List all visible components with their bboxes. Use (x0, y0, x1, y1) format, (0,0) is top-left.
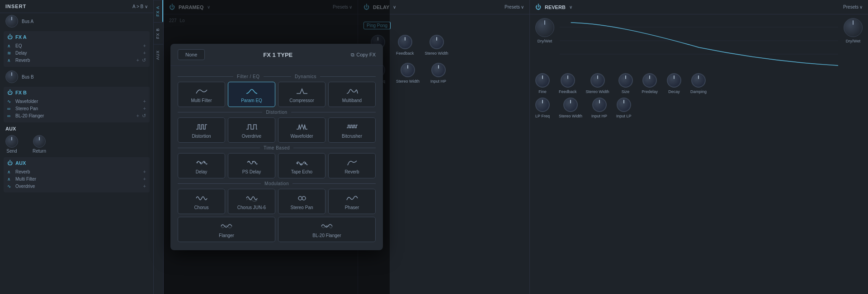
overdrive-btn[interactable]: Overdrive (228, 117, 275, 143)
reverb-lpfreq-knob[interactable] (535, 98, 550, 112)
flanger-grid: Flanger BL-20 Flanger (178, 217, 376, 242)
bl20-flanger-btn[interactable]: BL-20 Flanger (278, 217, 376, 242)
reverb-power-icon[interactable]: ⏻ (535, 4, 541, 10)
reverb-drywet-right: Dry/Wet (844, 18, 863, 43)
svg-point-11 (304, 163, 306, 164)
fx-a-title: FX A (15, 34, 27, 40)
fx-b-power-icon[interactable]: ⏻ (7, 89, 13, 96)
stereopan-modal-btn[interactable]: Stereo Pan (278, 189, 326, 214)
reverb-decay-knob[interactable] (667, 73, 681, 88)
param-eq-btn[interactable]: Param EQ (228, 82, 275, 107)
side-tab-aux[interactable]: AUX (154, 44, 163, 65)
reverb-inputlp-knob[interactable] (617, 98, 631, 112)
phaser-btn[interactable]: Phaser (328, 189, 376, 214)
side-tab-fxb[interactable]: FX B (154, 22, 163, 44)
aux-filter-item[interactable]: ∧ Multi Filter + (7, 175, 146, 182)
reverb-add-icon[interactable]: + (137, 57, 139, 63)
svg-point-7 (252, 161, 253, 163)
send-knob[interactable] (5, 135, 18, 148)
none-button[interactable]: None (178, 49, 205, 60)
phaser-label: Phaser (345, 205, 359, 210)
chorus-jun6-btn[interactable]: Chorus JUN-6 (228, 189, 275, 214)
copy-fx-button[interactable]: ⧉ Copy FX (351, 52, 376, 58)
reverb-chevron[interactable]: ∨ (569, 5, 572, 9)
reverb-drywet-left-knob[interactable] (535, 18, 554, 37)
reverb-inputhp-knob[interactable] (592, 98, 607, 112)
flanger-label: Flanger (219, 233, 234, 238)
multiband-btn[interactable]: Multiband (328, 82, 376, 107)
overdrive-icon (245, 122, 258, 131)
flanger-label: BL-20 Flanger (15, 113, 44, 118)
fx-a-delay-item[interactable]: ≋ Delay + (7, 49, 146, 56)
reverb-damping-knob[interactable] (691, 73, 706, 88)
delay-feedback-knob[interactable] (398, 35, 412, 49)
bitcrusher-btn[interactable]: Bitcrusher (328, 117, 376, 143)
ar-add-icon[interactable]: + (143, 169, 146, 174)
fx-a-reverb-item[interactable]: ∧ Reverb + ↺ (7, 56, 146, 64)
aux-power-icon[interactable]: ⏻ (7, 160, 13, 166)
delay-stereowidth-knob[interactable] (429, 35, 444, 49)
multi-filter-btn[interactable]: Multi Filter (178, 82, 225, 107)
reverb-stereowidth-knob[interactable] (590, 73, 605, 88)
chorus-btn[interactable]: Chorus (178, 189, 225, 214)
fx-a-power-icon[interactable]: ⏻ (7, 34, 13, 40)
delay-sw2-knob[interactable] (401, 63, 415, 77)
sp-add-icon[interactable]: + (143, 106, 146, 111)
delay-presets-btn[interactable]: Presets ∨ (505, 5, 524, 9)
chorus-label: Chorus (194, 205, 208, 210)
reverb-size-knob[interactable] (618, 73, 633, 88)
multi-filter-label: Multi Filter (191, 98, 212, 103)
delay-sw2-label: Stereo Width (396, 79, 420, 84)
fx-b-stereopan-item[interactable]: ∞ Stereo Pan + (7, 105, 146, 112)
reverb-fine-label: Fine (538, 89, 547, 94)
bitcrusher-icon (346, 122, 359, 131)
return-knob[interactable] (33, 135, 46, 148)
reverb-inputhp-unit: Input HP (591, 98, 607, 118)
fx-b-flanger-item[interactable]: ∞ BL-20 Flanger + ↺ (7, 112, 146, 120)
reverb-drywet-right-knob[interactable] (844, 18, 863, 37)
fx-a-eq-item[interactable]: ∧ EQ + (7, 42, 146, 49)
insert-route[interactable]: A > B ∨ (132, 4, 148, 9)
reverb-feedback-knob[interactable] (561, 73, 575, 88)
stereopan-modal-label: Stereo Pan (290, 205, 313, 210)
delay-chevron[interactable]: ∨ (393, 5, 396, 9)
reverb-predelay-knob[interactable] (642, 73, 657, 88)
filter-eq-label: Filter / EQ (237, 74, 260, 79)
reverb-fine-knob[interactable] (535, 73, 550, 88)
bus-b-knob[interactable] (5, 70, 18, 83)
modal-overlay[interactable]: None FX 1 TYPE ⧉ Copy FX Filter / EQ Dyn… (164, 0, 390, 294)
modulation-grid: Chorus Chorus JUN-6 (178, 189, 376, 214)
reverb-reset-icon[interactable]: ↺ (142, 57, 146, 63)
delay-modal-btn[interactable]: Delay (178, 153, 225, 178)
reverb-sw2-knob[interactable] (563, 98, 578, 112)
side-tab-fxa[interactable]: FX A (154, 0, 163, 22)
flanger-btn[interactable]: Flanger (178, 217, 275, 242)
ao-add-icon[interactable]: + (143, 183, 146, 189)
fl-reset-icon[interactable]: ↺ (142, 113, 146, 119)
aux-filter-label: Multi Filter (15, 177, 36, 182)
wf-add-icon[interactable]: + (143, 98, 146, 104)
ps-delay-btn[interactable]: PS Delay (228, 153, 275, 178)
dynamics-line-right (320, 76, 376, 77)
reverb-presets-btn[interactable]: Presets ∨ (843, 5, 863, 9)
filter-line-right (264, 76, 292, 77)
delay-add-icon[interactable]: + (143, 50, 146, 56)
tape-echo-btn[interactable]: Tape Echo (278, 153, 326, 178)
wavefolder-label: Wavefolder (15, 99, 38, 104)
aux-overdrive-item[interactable]: ∿ Overdrive + (7, 182, 146, 190)
bus-a-knob[interactable] (5, 15, 18, 28)
compressor-btn[interactable]: Compressor (278, 82, 326, 107)
tape-echo-icon (296, 158, 308, 167)
wavefolder-modal-btn[interactable]: Wavefolder (278, 117, 326, 143)
send-label: Send (6, 149, 17, 154)
distortion-btn[interactable]: Distortion (178, 117, 225, 143)
reverb-modal-btn[interactable]: Reverb (328, 153, 376, 178)
reverb-panel: ⏻ REVERB ∨ Presets ∨ Dry/Wet (530, 0, 868, 294)
phaser-icon (346, 194, 359, 203)
eq-add-icon[interactable]: + (143, 43, 146, 48)
fl-add-icon[interactable]: + (137, 113, 139, 119)
delay-inputhp-knob[interactable] (431, 63, 446, 77)
af-add-icon[interactable]: + (143, 176, 146, 182)
aux-reverb-item[interactable]: ∧ Reverb + (7, 168, 146, 175)
fx-b-wavefolder-item[interactable]: ∿ Wavefolder + (7, 98, 146, 105)
